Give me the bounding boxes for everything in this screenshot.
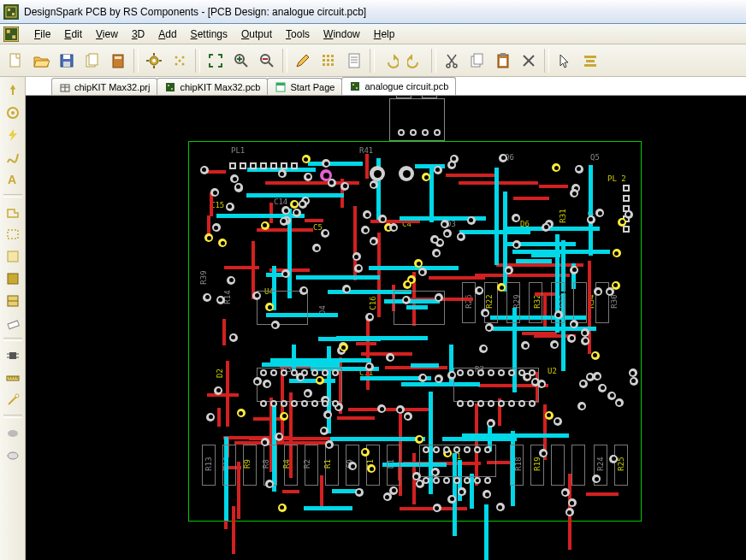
note-tool[interactable] [3, 246, 23, 267]
menu-view[interactable]: View [89, 27, 125, 42]
menu-tools[interactable]: Tools [279, 27, 317, 42]
delete-icon [520, 52, 537, 69]
tab-label: Start Page [290, 82, 335, 92]
shape-icon [5, 204, 21, 220]
undo-button[interactable] [378, 49, 402, 73]
menu-settings[interactable]: Settings [184, 27, 234, 42]
pcb-icon [164, 81, 176, 93]
wizard-tool[interactable] [3, 390, 23, 410]
refdes-r30: R30 [611, 294, 619, 308]
panel2-icon [5, 293, 21, 309]
library-button[interactable] [106, 49, 130, 73]
chip-icon [5, 348, 21, 363]
ruler-icon [5, 370, 21, 386]
fit-button[interactable] [204, 49, 228, 73]
svg-rect-2 [12, 13, 15, 15]
menu-edit[interactable]: Edit [57, 27, 89, 42]
pointer-button[interactable] [553, 49, 577, 73]
library-icon [110, 52, 127, 69]
open-button[interactable] [29, 49, 53, 73]
refdes-q5: Q5 [590, 154, 600, 162]
svg-point-47 [447, 64, 450, 68]
svg-point-22 [175, 62, 178, 65]
svg-rect-37 [331, 59, 334, 62]
grid-button[interactable] [317, 49, 340, 73]
svg-rect-35 [323, 59, 325, 62]
cut-button[interactable] [440, 49, 464, 73]
tab-chipkit-max32-prj[interactable]: chipKIT Max32.prj [51, 78, 157, 95]
save-button[interactable] [55, 49, 79, 73]
menu-output[interactable]: Output [234, 27, 279, 42]
svg-rect-84 [166, 83, 175, 91]
redo-button[interactable] [404, 49, 428, 73]
menu-help[interactable]: Help [367, 27, 402, 42]
panel2-tool[interactable] [3, 291, 23, 311]
flash-tool[interactable] [3, 125, 23, 145]
eraser-tool[interactable] [3, 313, 23, 333]
text-tool-tool[interactable]: A [3, 169, 23, 190]
rect-dashed-tool[interactable] [3, 224, 23, 245]
panel-tool[interactable] [3, 268, 23, 289]
gear-button[interactable] [142, 49, 166, 73]
paste-button[interactable] [491, 49, 515, 73]
refdes-r31: R31 [560, 209, 567, 222]
work-area: chipKIT Max32.prjchipKIT Max32.pcbStart … [26, 77, 746, 560]
svg-rect-62 [8, 230, 18, 239]
tab-label: analogue circuit.pcb [364, 81, 448, 91]
copy-button[interactable] [465, 49, 489, 73]
svg-rect-50 [474, 54, 483, 64]
pencil-button[interactable] [291, 49, 315, 73]
copy-doc-button[interactable] [80, 49, 104, 73]
blob-tool[interactable] [3, 422, 23, 443]
note-icon [5, 249, 21, 264]
shape-tool[interactable] [3, 202, 23, 222]
startpage-icon [275, 81, 287, 93]
sparkle-button[interactable] [168, 49, 192, 73]
blob2-tool[interactable] [3, 445, 23, 465]
svg-line-26 [243, 62, 247, 67]
svg-point-86 [171, 88, 173, 90]
svg-rect-68 [9, 352, 16, 359]
svg-rect-9 [63, 62, 70, 67]
menu-add[interactable]: Add [151, 27, 183, 42]
svg-rect-6 [10, 54, 20, 67]
svg-point-80 [8, 452, 18, 459]
zoom-out-button[interactable] [255, 49, 279, 73]
refdes-d2: D2 [216, 368, 224, 378]
tab-start-page[interactable]: Start Page [267, 78, 342, 95]
cut-icon [443, 52, 460, 69]
menu-3d[interactable]: 3D [125, 27, 151, 42]
refdes-pl1: PL1 [231, 147, 245, 155]
svg-rect-88 [276, 83, 285, 85]
report-button[interactable] [342, 49, 366, 73]
tab-analogue-circuit-pcb[interactable]: analogue circuit.pcb [341, 77, 456, 95]
copy-doc-icon [84, 52, 101, 69]
svg-rect-32 [323, 55, 325, 57]
tab-chipkit-max32-pcb[interactable]: chipKIT Max32.pcb [157, 78, 268, 95]
menu-window[interactable]: Window [317, 27, 367, 42]
ruler-tool[interactable] [3, 368, 23, 388]
svg-rect-64 [8, 274, 18, 284]
new-button[interactable] [3, 49, 27, 73]
new-icon [7, 52, 24, 69]
chip-tool[interactable] [3, 345, 23, 366]
refdes-u2: U2 [548, 368, 557, 375]
target-tool[interactable] [3, 103, 23, 123]
curve-tool[interactable] [3, 147, 23, 168]
pin-tool[interactable] [3, 80, 23, 101]
blob-icon [5, 425, 21, 440]
svg-rect-33 [327, 55, 329, 57]
svg-point-79 [8, 430, 18, 437]
svg-rect-4 [7, 29, 10, 32]
delete-button[interactable] [517, 49, 541, 73]
svg-line-30 [269, 62, 273, 67]
pcb-canvas[interactable]: PL1R41Q6Q5PL 2C15C14C5C4D3D6R31D7R39R14U… [26, 96, 746, 560]
sparkle-icon [171, 52, 188, 69]
svg-rect-1 [8, 9, 10, 11]
svg-rect-13 [115, 56, 121, 59]
zoom-in-button[interactable] [229, 49, 253, 73]
svg-text:A: A [8, 173, 16, 186]
menu-file[interactable]: File [27, 27, 57, 42]
align-button[interactable] [578, 49, 602, 73]
doc-icon [3, 27, 19, 42]
